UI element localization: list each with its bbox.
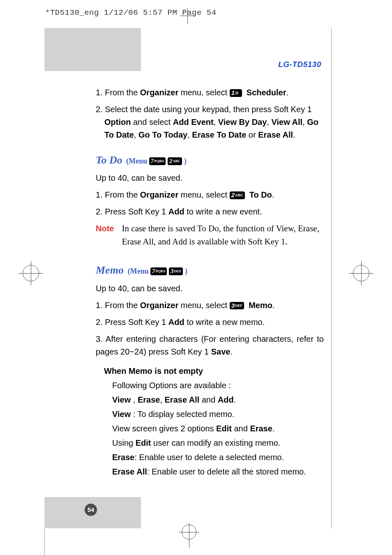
memo-step-1: 1. From the Organizer menu, select 3DEF …	[96, 299, 324, 312]
view-by-day-label: View By Day	[218, 117, 267, 127]
text: or	[246, 130, 258, 139]
crop-mark-icon	[18, 261, 43, 286]
text: .	[272, 301, 275, 310]
memo-subhead: When Memo is not empty	[104, 365, 324, 378]
scheduler-label: Scheduler	[247, 88, 286, 97]
organizer-label: Organizer	[140, 190, 178, 199]
memo-step-2: 2. Press Soft Key 1 Add to write a new m…	[96, 316, 324, 329]
add-label: Add	[168, 207, 184, 216]
memo-intro: Up to 40, can be saved.	[96, 282, 324, 295]
text: .	[230, 347, 233, 356]
option-label: Option	[104, 117, 131, 127]
text: menu, select	[178, 301, 230, 310]
scheduler-step-2: 2. Select the date using your keypad, th…	[96, 103, 324, 141]
key-2-icon: 2ABC	[168, 157, 182, 165]
text: ,	[134, 130, 138, 139]
memo-erase-desc: Erase: Enable user to delete a selected …	[112, 451, 324, 464]
crop-mark-icon	[177, 523, 201, 548]
page-number-badge: 54	[85, 504, 97, 516]
save-label: Save	[211, 347, 231, 356]
view-all-label: View All	[271, 117, 302, 127]
margin-block-top	[44, 28, 141, 71]
memo-opt-list: View , Erase, Erase All and Add.	[112, 394, 324, 406]
memo-step-3: 3. After entering characters (For enteri…	[96, 333, 324, 358]
add-label: Add	[168, 318, 184, 327]
memo-erase-all-desc: Erase All: Enable user to delete all the…	[112, 465, 324, 478]
scheduler-step-1: 1. From the Organizer menu, select 1@ Sc…	[96, 86, 324, 99]
crop-mark-icon	[181, 9, 194, 23]
text: 2. Select the date using your keypad, th…	[96, 105, 312, 114]
memo-label: Memo	[249, 301, 272, 310]
text: to write a new memo.	[184, 318, 265, 327]
text: ,	[187, 130, 192, 139]
text: menu, select	[178, 190, 230, 199]
memo-title: Memo	[96, 264, 124, 276]
model-header: LG-TD5130	[278, 60, 321, 69]
erase-to-date-label: Erase To Date	[192, 130, 246, 139]
text: and select	[131, 117, 173, 127]
memo-view-desc: View : To display selected memo.	[112, 408, 324, 421]
erase-all-label: Erase All	[258, 130, 293, 139]
todo-step-2: 2. Press Soft Key 1 Add to write a new e…	[96, 205, 324, 218]
text: to write a new event.	[184, 207, 262, 216]
text: .	[293, 130, 295, 139]
text: 2. Press Soft Key 1	[96, 207, 168, 216]
memo-view-screen: View screen gives 2 options Edit and Era…	[112, 422, 324, 435]
text: ,	[214, 117, 218, 127]
todo-title: To Do	[96, 154, 122, 166]
text: .	[272, 190, 274, 199]
text: .	[286, 88, 289, 97]
trim-line-right	[331, 28, 332, 528]
key-2-icon: 2ABC	[230, 191, 245, 199]
memo-opt-intro: Following Options are available :	[112, 379, 324, 392]
memo-edit-desc: Using Edit user can modify an existing m…	[112, 437, 324, 449]
text: 1. From the	[96, 190, 140, 199]
memo-section-title: Memo (Menu 7PQRS 3DEF )	[96, 262, 324, 279]
organizer-label: Organizer	[140, 301, 178, 310]
key-1-icon: 1@	[230, 89, 242, 97]
note-label: Note	[96, 222, 120, 235]
text: 1. From the	[96, 301, 140, 310]
key-7-icon: 7PQRS	[150, 267, 167, 275]
text: 3. After entering characters (For enteri…	[96, 334, 324, 356]
text: 2. Press Soft Key 1	[96, 318, 168, 327]
todo-intro: Up to 40, can be saved.	[96, 172, 324, 184]
organizer-label: Organizer	[140, 88, 178, 97]
key-7-icon: 7PQRS	[149, 157, 166, 165]
text: menu, select	[178, 88, 230, 97]
add-event-label: Add Event	[173, 117, 214, 127]
to-do-label: To Do	[249, 190, 272, 199]
memo-options-block: Following Options are available : View ,…	[112, 379, 324, 478]
key-3-icon: 3DEF	[169, 267, 183, 275]
todo-menu-path: (Menu 7PQRS 2ABC )	[126, 157, 187, 165]
crop-mark-icon	[349, 261, 374, 286]
text: ,	[267, 117, 271, 127]
body-content: 1. From the Organizer menu, select 1@ Sc…	[96, 86, 324, 480]
text: ,	[302, 117, 307, 127]
todo-note: Note In case there is saved To Do, the f…	[96, 222, 324, 248]
go-to-today-label: Go To Today	[138, 130, 187, 139]
key-3-icon: 3DEF	[230, 302, 244, 310]
note-body: In case there is saved To Do, the functi…	[122, 222, 323, 248]
todo-step-1: 1. From the Organizer menu, select 2ABC …	[96, 189, 324, 201]
todo-section-title: To Do (Menu 7PQRS 2ABC )	[96, 152, 324, 168]
memo-menu-path: (Menu 7PQRS 3DEF )	[127, 267, 187, 275]
text: 1. From the	[96, 88, 140, 97]
trim-line-left	[44, 528, 45, 555]
